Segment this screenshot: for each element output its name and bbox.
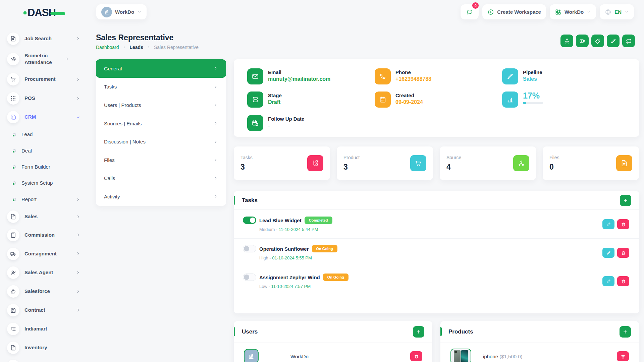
chart-bars-icon — [502, 92, 518, 108]
delete-task-button[interactable] — [617, 276, 629, 286]
sidebar-item-lead[interactable]: Lead — [0, 126, 88, 143]
task-datetime: 11-10-2024 5:44 PM — [279, 227, 318, 232]
sidebar-item-pos[interactable]: POS — [0, 89, 88, 108]
sidebar-item-crm[interactable]: CRM — [0, 108, 88, 126]
task-name: Assignment Zephyr Wind — [259, 275, 320, 280]
create-workspace-button[interactable]: Create Workspace — [482, 4, 546, 19]
bullet-icon — [13, 181, 16, 185]
remove-product-button[interactable] — [617, 351, 629, 361]
delete-task-button[interactable] — [617, 219, 629, 229]
sidebar-item-procurement[interactable]: Procurement — [0, 70, 88, 89]
sidebar-item-label: Sales — [24, 213, 76, 220]
edit-task-button[interactable] — [602, 219, 614, 229]
add-product-button[interactable] — [620, 326, 631, 338]
field-value: munuty@mailinator.com — [268, 76, 330, 82]
sidebar-item-contract[interactable]: Contract — [0, 301, 88, 319]
calendar-clock-icon — [247, 115, 263, 131]
indent-icon — [7, 323, 19, 335]
calendar-icon — [375, 92, 391, 108]
stat-card-source: Source4 — [440, 146, 536, 180]
tab-files[interactable]: Files — [96, 151, 226, 169]
grid-dots-icon — [7, 92, 19, 105]
globe-icon — [605, 9, 611, 15]
top-header: DASH WorkDo 0 Create Workspace WorkDo EN — [0, 0, 644, 24]
tab-calls[interactable]: Calls — [96, 169, 226, 188]
stat-label: Files — [549, 155, 559, 160]
tab-sources-emails[interactable]: Sources | Emails — [96, 114, 226, 133]
chevron-right-icon — [76, 77, 80, 82]
pencil-icon — [610, 38, 616, 44]
sidebar-item-form-builder[interactable]: Form Builder — [0, 159, 88, 175]
tab-tasks[interactable]: Tasks — [96, 78, 226, 96]
bullet-icon — [13, 198, 16, 201]
sidebar-item-indiamart[interactable]: Indiamart — [0, 319, 88, 338]
add-user-button[interactable] — [413, 326, 424, 338]
trash-icon — [414, 354, 419, 359]
task-priority: Low - — [259, 284, 270, 289]
field-value: Draft — [268, 99, 282, 105]
user-avatar — [244, 349, 259, 362]
workspace-selector[interactable]: WorkDo — [96, 4, 147, 19]
create-workspace-label: Create Workspace — [497, 9, 541, 15]
task-complete-toggle[interactable] — [243, 274, 256, 281]
edit-task-button[interactable] — [602, 276, 614, 286]
sidebar-item-sales[interactable]: Sales — [0, 208, 88, 226]
chevron-right-icon — [76, 289, 80, 294]
tab-discussion-notes[interactable]: Discussion | Notes — [96, 132, 226, 151]
breadcrumb-dashboard[interactable]: Dashboard — [96, 45, 119, 50]
task-name: Lead Blue Widget — [259, 218, 302, 223]
sidebar-item-salesforce[interactable]: Salesforce — [0, 282, 88, 301]
edit-task-button[interactable] — [602, 248, 614, 258]
tab-label: Users | Products — [104, 102, 213, 108]
created-field: Created09-09-2024 — [375, 92, 423, 108]
plus-icon — [623, 198, 628, 203]
sidebar-item-report[interactable]: Report — [0, 191, 88, 208]
task-priority: Medium - — [259, 227, 277, 232]
sidebar-item-job-search[interactable]: Job Search — [0, 29, 88, 48]
page-actions — [560, 35, 635, 47]
convert-lead-button[interactable] — [622, 35, 635, 47]
sidebar-item-system-setup[interactable]: System Setup — [0, 175, 88, 191]
video-call-button[interactable] — [576, 35, 589, 47]
tab-general[interactable]: General — [96, 59, 226, 78]
tab-activity[interactable]: Activity — [96, 187, 226, 206]
cart-icon — [7, 73, 19, 85]
workspace-dropdown[interactable]: WorkDo — [550, 4, 596, 19]
add-task-button[interactable] — [620, 195, 631, 206]
sidebar-item-inventory[interactable]: Inventory — [0, 338, 88, 357]
field-value: +16239488788 — [395, 76, 431, 82]
sidebar-item-sales-agent[interactable]: Sales Agent — [0, 263, 88, 282]
edit-lead-button[interactable] — [607, 35, 620, 47]
tab-users-products[interactable]: Users | Products — [96, 96, 226, 114]
language-selector[interactable]: EN — [600, 4, 634, 19]
grid-plus-icon — [555, 9, 561, 15]
remove-user-button[interactable] — [410, 351, 422, 361]
plus-circle-icon — [487, 9, 494, 15]
sidebar-item-label: Report — [21, 196, 76, 203]
sidebar-item-label: Sales Agent — [24, 269, 76, 276]
product-name: iphone — [483, 354, 498, 359]
task-row: Assignment Zephyr Wind On Going Low - 11… — [234, 267, 639, 295]
app-logo[interactable]: DASH — [23, 7, 65, 19]
task-complete-toggle[interactable] — [243, 245, 256, 252]
breadcrumb-leads[interactable]: Leads — [130, 45, 143, 50]
labels-button[interactable] — [591, 35, 604, 47]
progress-bar — [523, 102, 543, 104]
workspace-selector-label: WorkDo — [115, 9, 134, 15]
org-chart-button[interactable] — [560, 35, 573, 47]
workspace-dropdown-label: WorkDo — [565, 9, 584, 15]
delete-task-button[interactable] — [617, 248, 629, 258]
tag-icon — [595, 38, 601, 44]
chevron-right-icon — [76, 308, 80, 312]
messages-button[interactable]: 0 — [461, 4, 479, 19]
task-complete-toggle[interactable] — [243, 217, 256, 224]
products-section-title: Products — [448, 328, 620, 335]
sitemap-icon — [564, 38, 570, 44]
pipeline-field: PipelineSales — [502, 68, 542, 84]
sidebar-item-consignment[interactable]: Consignment — [0, 244, 88, 263]
trash-icon — [621, 222, 626, 227]
tab-label: Discussion | Notes — [104, 139, 213, 144]
sidebar-item-biometric-attendance[interactable]: Biometric Attendance — [0, 48, 88, 70]
sidebar-item-commission[interactable]: Commission — [0, 226, 88, 244]
sidebar-item-deal[interactable]: Deal — [0, 143, 88, 159]
